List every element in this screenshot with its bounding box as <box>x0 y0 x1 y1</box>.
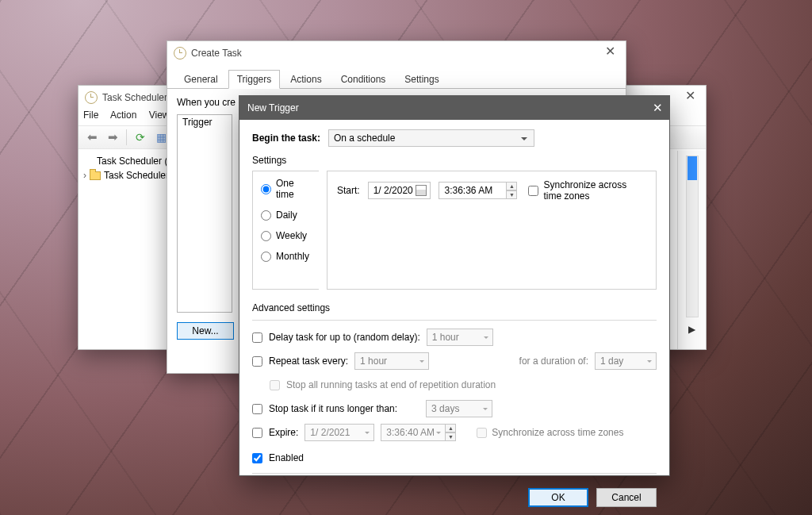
expire-time-field[interactable]: 3:36:40 AM <box>381 424 446 441</box>
repeat-value-select[interactable]: 1 hour <box>354 352 429 370</box>
close-icon[interactable]: ✕ <box>674 84 706 108</box>
menu-action[interactable]: Action <box>110 110 136 121</box>
advanced-label: Advanced settings <box>252 302 657 313</box>
frequency-group: One time Daily Weekly Monthly <box>252 171 319 290</box>
expire-date-field[interactable]: 1/ 2/2021 <box>304 424 374 441</box>
forward-button[interactable]: ➡ <box>104 129 121 146</box>
expand-icon[interactable]: ▶ <box>688 324 695 335</box>
delay-checkbox[interactable] <box>252 332 262 343</box>
tab-triggers[interactable]: Triggers <box>228 70 281 89</box>
list-header: Trigger <box>182 117 213 128</box>
time-spinner[interactable]: ▲▼ <box>506 182 517 199</box>
duration-label: for a duration of: <box>519 356 588 367</box>
delay-value-select[interactable]: 1 hour <box>427 329 493 346</box>
separator <box>252 473 657 474</box>
dialog-footer: OK Cancel <box>252 482 657 507</box>
repeat-label: Repeat task every: <box>269 356 348 367</box>
folder-icon <box>90 171 101 180</box>
tab-strip: General Triggers Actions Conditions Sett… <box>167 65 626 89</box>
menu-file[interactable]: File <box>83 110 98 121</box>
stop-long-select[interactable]: 3 days <box>426 400 492 417</box>
tab-conditions[interactable]: Conditions <box>332 70 395 89</box>
close-icon[interactable]: ✕ <box>645 96 669 120</box>
expire-spinner[interactable]: ▲▼ <box>445 424 456 441</box>
tab-general[interactable]: General <box>175 70 227 89</box>
dialog-title: New Trigger <box>247 102 299 113</box>
expire-label: Expire: <box>269 427 298 438</box>
clock-icon <box>83 156 94 167</box>
repeat-checkbox[interactable] <box>252 356 262 367</box>
duration-value-select[interactable]: 1 day <box>595 352 657 370</box>
stop-rep-checkbox <box>270 380 280 390</box>
radio-daily[interactable]: Daily <box>261 209 312 221</box>
close-icon[interactable]: ✕ <box>594 40 626 63</box>
sync-tz-checkbox[interactable]: Synchronize across time zones <box>528 179 646 202</box>
dialog-body: Begin the task: On a schedule Settings O… <box>239 120 669 515</box>
radio-weekly[interactable]: Weekly <box>261 230 312 241</box>
trigger-list[interactable]: Trigger <box>177 114 232 313</box>
expire-sync-checkbox: Synchronize across time zones <box>477 427 623 438</box>
enabled-checkbox[interactable] <box>252 453 262 463</box>
back-button[interactable]: ⬅ <box>83 129 101 146</box>
delay-label: Delay task for up to (random delay): <box>269 332 420 343</box>
tab-settings[interactable]: Settings <box>396 70 447 89</box>
schedule-area: One time Daily Weekly Monthly Start: 1/ … <box>252 171 657 290</box>
cancel-button[interactable]: Cancel <box>596 488 657 507</box>
start-time-field[interactable]: 3:36:36 AM <box>439 182 507 199</box>
create-task-title: Create Task <box>191 48 242 59</box>
stop-rep-label: Stop all running tasks at end of repetit… <box>286 379 496 390</box>
tab-actions[interactable]: Actions <box>282 70 330 89</box>
separator <box>252 320 657 321</box>
radio-onetime[interactable]: One time <box>261 178 312 200</box>
new-button[interactable]: New... <box>177 322 234 340</box>
stop-long-label: Stop task if it runs longer than: <box>269 403 397 414</box>
begin-task-select[interactable]: On a schedule <box>328 129 534 147</box>
scheduler-title: Task Scheduler <box>102 92 167 103</box>
settings-label: Settings <box>252 155 657 166</box>
calendar-icon[interactable] <box>416 185 427 196</box>
start-date-field[interactable]: 1/ 2/2020 <box>368 182 431 199</box>
ok-button[interactable]: OK <box>528 488 588 507</box>
expire-checkbox[interactable] <box>252 428 262 438</box>
clock-icon <box>85 91 98 104</box>
refresh-button[interactable]: ⟳ <box>132 129 149 146</box>
start-label: Start: <box>337 185 360 196</box>
stop-long-checkbox[interactable] <box>252 404 262 414</box>
enabled-label: Enabled <box>269 452 304 463</box>
begin-label: Begin the task: <box>252 133 320 144</box>
radio-monthly[interactable]: Monthly <box>261 251 312 262</box>
start-group: Start: 1/ 2/2020 3:36:36 AM ▲▼ Synchroni… <box>327 171 657 290</box>
dialog-titlebar: New Trigger ✕ <box>239 96 669 120</box>
titlebar: Create Task ✕ <box>167 41 626 65</box>
new-trigger-dialog: New Trigger ✕ Begin the task: On a sched… <box>239 95 670 476</box>
actions-pane: ▶ <box>677 151 706 349</box>
scrollbar[interactable] <box>686 156 699 317</box>
clock-icon <box>174 47 186 60</box>
